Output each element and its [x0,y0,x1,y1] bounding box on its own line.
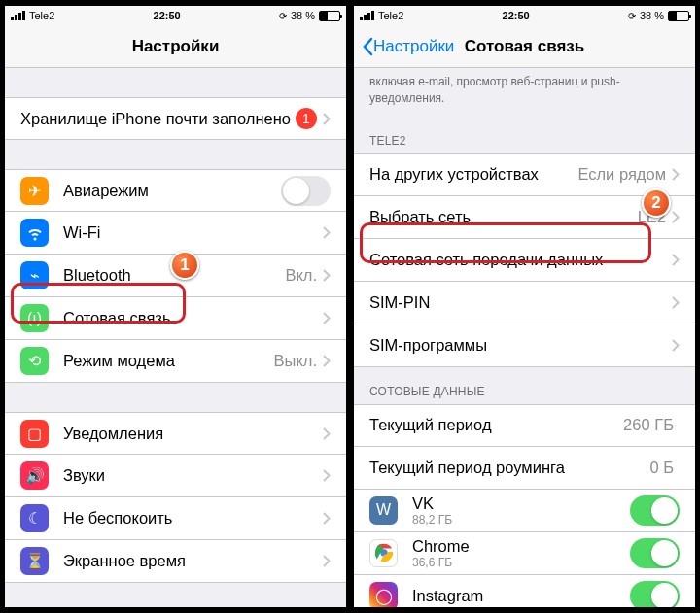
bluetooth-value: Вкл. [285,266,317,285]
vk-icon: W [369,496,398,525]
chrome-label: Chrome [412,537,630,556]
row-sim-apps[interactable]: SIM-программы [354,324,695,367]
dnd-icon: ☾ [20,504,49,532]
chevron-right-icon [323,269,331,282]
sim-apps-label: SIM-программы [369,336,672,355]
dnd-label: Не беспокоить [63,509,323,528]
hotspot-icon: ⟲ [20,347,49,375]
status-bar: Tele2 22:50 ⟳ 38 % [5,6,346,25]
airplane-switch[interactable] [281,176,331,206]
other-devices-value: Если рядом [578,165,666,184]
row-current-period[interactable]: Текущий период 260 ГБ [354,404,695,447]
navbar: Настройки Сотовая связь [354,25,695,68]
chrome-sub: 36,6 ГБ [412,556,630,569]
instagram-switch[interactable] [630,581,680,607]
wifi-label: Wi-Fi [63,223,317,242]
chevron-right-icon [672,168,680,181]
other-devices-label: На других устройствах [369,165,578,184]
airplane-label: Авиарежим [63,182,281,200]
row-screentime[interactable]: ⏳ Экранное время [5,540,346,583]
choose-network-label: Выбрать сеть [369,208,638,226]
row-storage-warning[interactable]: Хранилище iPhone почти заполнено 1 [5,97,346,140]
airplane-icon: ✈ [20,177,49,205]
current-period-label: Текущий период [369,416,623,434]
chevron-right-icon [323,355,331,367]
status-bar: Tele2 22:50 ⟳ 38 % [354,6,695,25]
vk-label: VK [412,494,630,513]
cellular-icon: (ı) [20,304,49,332]
notifications-label: Уведомления [63,425,323,443]
screentime-label: Экранное время [63,552,323,570]
row-sim-pin[interactable]: SIM-PIN [354,282,695,324]
phone-settings: Tele2 22:50 ⟳ 38 % Настройки Хранилище i… [4,5,347,608]
marker-1: 1 [170,251,199,280]
wifi-icon [20,219,49,247]
chevron-right-icon [672,296,680,309]
page-title: Сотовая связь [465,37,585,56]
chevron-right-icon [672,254,680,266]
chevron-right-icon [323,113,331,125]
row-roaming-period[interactable]: Текущий период роуминга 0 Б [354,447,695,490]
row-hotspot[interactable]: ⟲ Режим модема Выкл. [5,340,346,383]
section-data: СОТОВЫЕ ДАННЫЕ [354,367,695,404]
row-dnd[interactable]: ☾ Не беспокоить [5,497,346,540]
section-tele2: TELE2 [354,117,695,153]
back-button[interactable]: Настройки [362,37,454,56]
screentime-icon: ⏳ [20,547,49,575]
row-other-devices[interactable]: На других устройствах Если рядом [354,153,695,196]
hotspot-value: Выкл. [274,352,317,370]
phone-cellular: Tele2 22:50 ⟳ 38 % Настройки Сотовая свя… [353,5,696,608]
row-app-vk[interactable]: W VK 88,2 ГБ [354,490,695,532]
roaming-value: 0 Б [649,459,674,477]
row-app-instagram[interactable]: ◯ Instagram [354,575,695,607]
sim-pin-label: SIM-PIN [369,293,672,312]
back-label: Настройки [373,37,454,56]
chevron-right-icon [323,226,331,239]
vk-switch[interactable] [630,495,680,526]
row-sounds[interactable]: 🔊 Звуки [5,455,346,497]
row-airplane[interactable]: ✈ Авиарежим [5,169,346,212]
battery-icon [668,11,689,21]
marker-2: 2 [642,188,671,218]
battery-label: 38 % [640,10,664,21]
chevron-right-icon [672,339,680,352]
sounds-icon: 🔊 [20,461,49,490]
chevron-right-icon [323,512,331,525]
data-network-label: Сотовая сеть передачи данных [369,251,672,269]
chevron-right-icon [672,211,680,223]
chevron-right-icon [323,555,331,567]
clock-label: 22:50 [503,10,530,21]
carrier-label: Tele2 [29,10,54,21]
row-notifications[interactable]: ▢ Уведомления [5,412,346,455]
chevron-right-icon [323,427,331,440]
rotation-lock-icon: ⟳ [628,11,636,21]
row-data-network[interactable]: Сотовая сеть передачи данных [354,239,695,282]
instagram-label: Instagram [412,587,630,605]
cellular-label: Сотовая связь [63,309,323,327]
battery-icon [319,11,340,21]
instagram-icon: ◯ [369,582,398,607]
chevron-right-icon [323,312,331,324]
roaming-label: Текущий период роуминга [369,459,649,477]
storage-badge: 1 [296,108,317,129]
navbar: Настройки [5,25,346,68]
signal-icon [360,11,374,20]
chrome-icon [369,539,398,567]
row-cellular[interactable]: (ı) Сотовая связь [5,297,346,340]
notifications-icon: ▢ [20,420,49,448]
cellular-list[interactable]: включая e-mail, просмотр веб-страниц и p… [354,68,695,607]
row-wifi[interactable]: Wi-Fi [5,212,346,255]
chevron-right-icon [323,469,331,482]
current-period-value: 260 ГБ [623,416,674,434]
signal-icon [11,11,25,20]
carrier-label: Tele2 [378,10,403,21]
row-app-chrome[interactable]: Chrome 36,6 ГБ [354,532,695,575]
page-title: Настройки [132,37,220,56]
chrome-switch[interactable] [630,538,680,568]
settings-list[interactable]: Хранилище iPhone почти заполнено 1 ✈ Ави… [5,68,346,607]
note-text: включая e-mail, просмотр веб-страниц и p… [354,68,695,117]
bluetooth-icon: ⌁ [20,261,49,289]
storage-label: Хранилище iPhone почти заполнено [20,110,296,128]
sounds-label: Звуки [63,466,323,485]
clock-label: 22:50 [154,10,181,21]
